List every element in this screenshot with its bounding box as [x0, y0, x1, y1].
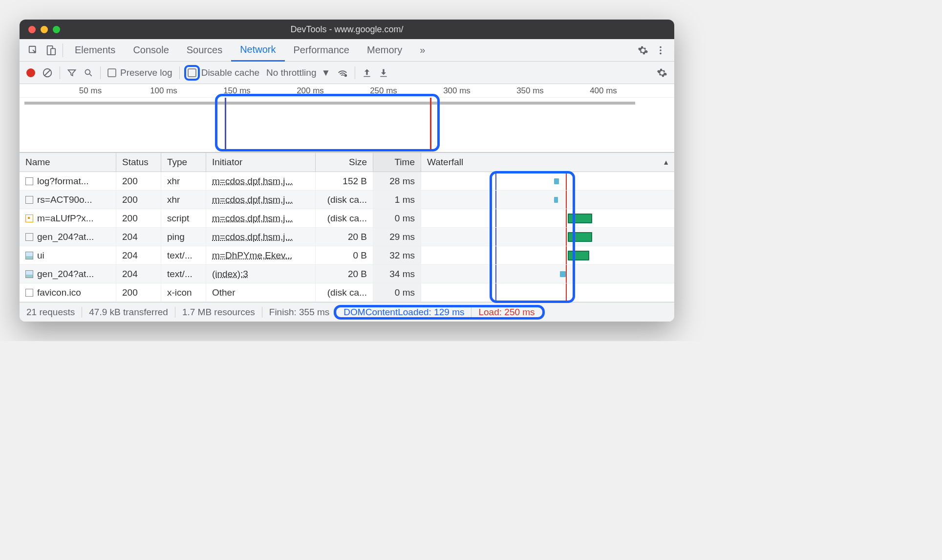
- table-row[interactable]: gen_204?at... 204 text/... (index):3 20 …: [20, 265, 674, 283]
- file-icon: [25, 215, 33, 222]
- tab-performance[interactable]: Performance: [285, 39, 359, 62]
- load-line: [566, 265, 567, 283]
- svg-point-5: [660, 52, 662, 54]
- search-icon[interactable]: [84, 68, 93, 78]
- clear-icon[interactable]: [42, 67, 53, 78]
- table-row[interactable]: ui 204 text/... m=DhPYme,Ekev... 0 B 32 …: [20, 246, 674, 265]
- domcontentloaded-line: [495, 246, 496, 264]
- preserve-log-label: Preserve log: [120, 67, 172, 78]
- cell-initiator[interactable]: Other: [206, 283, 316, 302]
- col-waterfall[interactable]: Waterfall ▲: [421, 153, 674, 172]
- cell-name: gen_204?at...: [20, 265, 116, 283]
- timeline-overview[interactable]: 50 ms100 ms150 ms200 ms250 ms300 ms350 m…: [20, 84, 674, 152]
- load-line: [566, 283, 567, 302]
- file-icon: [25, 177, 33, 185]
- cell-waterfall: [421, 228, 674, 246]
- cell-name: ui: [20, 246, 116, 264]
- tick-label: 350 ms: [516, 86, 544, 96]
- status-finish: Finish: 355 ms: [262, 307, 337, 318]
- request-table: Name Status Type Initiator Size Time Wat…: [20, 152, 674, 302]
- file-icon: [25, 252, 33, 259]
- table-body: log?format... 200 xhr m=cdos,dpf,hsm,j..…: [20, 172, 674, 302]
- window-title: DevTools - www.google.com/: [20, 24, 674, 35]
- cell-time: 34 ms: [373, 265, 421, 283]
- download-icon[interactable]: [379, 68, 388, 78]
- record-button[interactable]: [26, 68, 35, 77]
- svg-point-4: [660, 49, 662, 51]
- cell-initiator[interactable]: m=cdos,dpf,hsm,j...: [206, 209, 316, 227]
- cell-initiator[interactable]: (index):3: [206, 265, 316, 283]
- cell-size: 0 B: [316, 246, 373, 264]
- settings-icon[interactable]: [657, 67, 667, 78]
- inspect-icon[interactable]: [24, 45, 42, 56]
- cell-initiator[interactable]: m=DhPYme,Ekev...: [206, 246, 316, 264]
- cell-time: 29 ms: [373, 228, 421, 246]
- settings-icon[interactable]: [634, 45, 652, 56]
- status-bar: 21 requests 47.9 kB transferred 1.7 MB r…: [20, 302, 674, 322]
- cell-waterfall: [421, 191, 674, 209]
- cell-time: 0 ms: [373, 283, 421, 302]
- col-initiator[interactable]: Initiator: [206, 153, 316, 172]
- cell-name: m=aLUfP?x...: [20, 209, 116, 227]
- svg-point-8: [345, 74, 347, 76]
- col-status[interactable]: Status: [116, 153, 161, 172]
- cell-size: (disk ca...: [316, 283, 373, 302]
- tab-elements[interactable]: Elements: [66, 39, 124, 62]
- domcontentloaded-line: [495, 209, 496, 227]
- tick-label: 100 ms: [150, 86, 177, 96]
- cell-waterfall: [421, 283, 674, 302]
- status-requests: 21 requests: [20, 307, 82, 318]
- device-toggle-icon[interactable]: [42, 45, 60, 56]
- cell-waterfall: [421, 172, 674, 190]
- tab-memory[interactable]: Memory: [358, 39, 411, 62]
- load-line: [566, 191, 567, 209]
- cell-status: 200: [116, 283, 161, 302]
- cell-waterfall: [421, 209, 674, 227]
- load-line: [566, 228, 567, 246]
- cell-name: log?format...: [20, 172, 116, 190]
- domcontentloaded-line: [495, 265, 496, 283]
- table-row[interactable]: rs=ACT90o... 200 xhr m=cdos,dpf,hsm,j...…: [20, 191, 674, 209]
- cell-size: (disk ca...: [316, 209, 373, 227]
- upload-icon[interactable]: [362, 68, 372, 78]
- network-toolbar: Preserve log Disable cache No throttling…: [20, 62, 674, 84]
- col-type[interactable]: Type: [161, 153, 206, 172]
- cell-initiator[interactable]: m=cdos,dpf,hsm,j...: [206, 172, 316, 190]
- table-row[interactable]: log?format... 200 xhr m=cdos,dpf,hsm,j..…: [20, 172, 674, 191]
- cell-status: 204: [116, 246, 161, 264]
- checkbox-icon: [188, 68, 196, 77]
- tab-network[interactable]: Network: [231, 39, 284, 62]
- table-row[interactable]: gen_204?at... 204 ping m=cdos,dpf,hsm,j.…: [20, 228, 674, 246]
- cell-status: 200: [116, 172, 161, 190]
- table-row[interactable]: favicon.ico 200 x-icon Other (disk ca...…: [20, 283, 674, 302]
- separator: [355, 66, 355, 79]
- network-conditions-icon[interactable]: [337, 67, 348, 78]
- cell-type: script: [161, 209, 206, 227]
- status-resources: 1.7 MB resources: [175, 307, 262, 318]
- cell-waterfall: [421, 265, 674, 283]
- file-icon: [25, 289, 33, 297]
- throttling-select[interactable]: No throttling ▼: [266, 67, 330, 78]
- disable-cache-checkbox[interactable]: Disable cache: [187, 67, 259, 78]
- cell-initiator[interactable]: m=cdos,dpf,hsm,j...: [206, 191, 316, 209]
- more-icon[interactable]: [652, 45, 669, 56]
- col-name[interactable]: Name: [20, 153, 116, 172]
- filter-icon[interactable]: [67, 68, 77, 78]
- cell-type: xhr: [161, 172, 206, 190]
- cell-status: 200: [116, 209, 161, 227]
- more-tabs[interactable]: »: [411, 39, 434, 62]
- cell-type: ping: [161, 228, 206, 246]
- separator: [63, 43, 63, 57]
- tick-label: 400 ms: [590, 86, 617, 96]
- col-size[interactable]: Size: [316, 153, 373, 172]
- cell-type: text/...: [161, 265, 206, 283]
- col-time[interactable]: Time: [373, 153, 421, 172]
- tab-sources[interactable]: Sources: [178, 39, 231, 62]
- devtools-window: DevTools - www.google.com/ Elements Cons…: [20, 20, 674, 322]
- file-icon: [25, 196, 33, 204]
- table-row[interactable]: m=aLUfP?x... 200 script m=cdos,dpf,hsm,j…: [20, 209, 674, 228]
- tick-label: 300 ms: [443, 86, 471, 96]
- tab-console[interactable]: Console: [124, 39, 177, 62]
- preserve-log-checkbox[interactable]: Preserve log: [107, 67, 172, 78]
- cell-initiator[interactable]: m=cdos,dpf,hsm,j...: [206, 228, 316, 246]
